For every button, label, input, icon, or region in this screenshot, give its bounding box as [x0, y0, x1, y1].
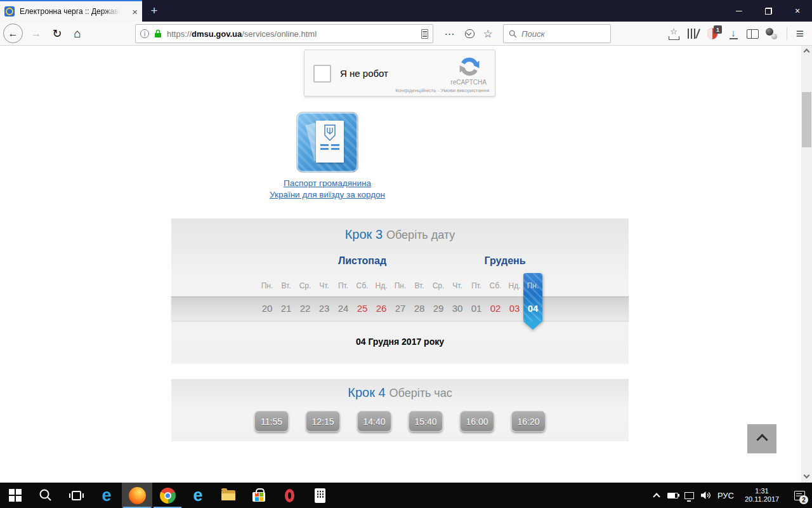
- step3-panel: Крок 3Оберіть дату Листопад Грудень Пн. …: [171, 218, 629, 364]
- battery-indicator[interactable]: [664, 483, 681, 508]
- scrollbar-down-icon[interactable]: [804, 472, 810, 479]
- extension-spheres-icon[interactable]: [763, 24, 780, 43]
- time-slot-button[interactable]: 14:40: [357, 411, 391, 432]
- library-icon[interactable]: [684, 24, 702, 43]
- window-close-button[interactable]: ×: [783, 0, 812, 22]
- start-button[interactable]: [0, 483, 30, 508]
- hamburger-menu-icon[interactable]: ≡: [790, 24, 809, 43]
- calendar-day[interactable]: Пн. 27: [391, 277, 410, 321]
- edge-taskbar-icon[interactable]: e: [91, 483, 122, 508]
- calendar-day[interactable]: Вт. 21: [277, 277, 296, 321]
- day-number: 02: [486, 297, 505, 321]
- notification-badge: 2: [799, 495, 808, 504]
- calendar-day[interactable]: Чт. 23: [315, 277, 334, 321]
- day-number: 24: [334, 297, 353, 321]
- https-lock-icon[interactable]: [154, 29, 162, 39]
- ie-taskbar-icon[interactable]: e: [183, 483, 213, 508]
- bookmark-star-icon[interactable]: ☆: [479, 24, 497, 43]
- shield-badge: 1: [714, 25, 722, 34]
- time-slot-button[interactable]: 16:20: [511, 411, 546, 432]
- calculator-taskbar-icon[interactable]: [304, 483, 335, 508]
- reader-mode-icon[interactable]: [421, 29, 428, 39]
- scrollbar-up-icon[interactable]: [804, 49, 810, 55]
- recaptcha-terms[interactable]: Конфіденційність - Умови використання: [395, 88, 489, 93]
- tray-expand-button[interactable]: [649, 483, 664, 508]
- day-of-week-label: Сб.: [353, 277, 372, 295]
- day-number: 28: [410, 297, 429, 321]
- page-scrollbar[interactable]: [801, 46, 812, 483]
- clock-time: 1:31: [737, 487, 787, 495]
- page-content: Я не робот reCAPTCHA Конфіденційність - …: [0, 46, 812, 483]
- opera-taskbar-icon[interactable]: [274, 483, 304, 508]
- calendar-day[interactable]: Пт. 01: [467, 277, 486, 321]
- time-slots: 11:5512:1514:4015:4016:0016:20: [171, 411, 629, 432]
- speaker-icon: [701, 491, 711, 500]
- search-box[interactable]: [503, 24, 611, 43]
- site-info-icon[interactable]: i: [140, 29, 149, 38]
- recaptcha-logo-icon: [459, 56, 480, 77]
- month-december-label: Грудень: [454, 255, 556, 267]
- download-arrow-icon: ↓: [731, 29, 736, 37]
- calendar-day[interactable]: Сб. 25: [353, 277, 372, 321]
- clock-indicator[interactable]: 1:31 20.11.2017: [737, 483, 787, 508]
- service-link-line1: Паспорт громадянина: [245, 178, 410, 189]
- calendar-day[interactable]: Пн. 20: [258, 277, 277, 321]
- window-minimize-button[interactable]: [724, 0, 754, 22]
- calendar-day[interactable]: Нд. 26: [372, 277, 391, 321]
- calculator-icon: [315, 488, 325, 503]
- recaptcha-widget: Я не робот reCAPTCHA Конфіденційність - …: [304, 50, 495, 97]
- volume-indicator[interactable]: [697, 483, 714, 508]
- language-indicator[interactable]: РУС: [714, 483, 737, 508]
- time-slot-button[interactable]: 15:40: [409, 411, 443, 432]
- passport-service-icon[interactable]: [296, 112, 358, 173]
- pocket-icon[interactable]: [461, 24, 478, 43]
- calendar-day[interactable]: Пт. 24: [334, 277, 353, 321]
- calendar-day[interactable]: Ср. 22: [296, 277, 315, 321]
- calendar-day[interactable]: Чт. 30: [448, 277, 467, 321]
- task-view-button[interactable]: [61, 483, 91, 508]
- calendar-day[interactable]: Ср. 29: [429, 277, 448, 321]
- firefox-taskbar-icon[interactable]: [122, 483, 152, 508]
- recaptcha-checkbox[interactable]: [313, 65, 331, 83]
- file-explorer-taskbar-icon[interactable]: [213, 483, 244, 508]
- sidebar-toggle-icon[interactable]: [743, 24, 761, 43]
- window-restore-button[interactable]: [754, 0, 783, 22]
- chrome-icon: [160, 488, 176, 504]
- tab-close-icon[interactable]: ×: [132, 7, 138, 17]
- bookmarks-toolbar-button[interactable]: ☆: [665, 24, 683, 43]
- new-tab-button[interactable]: +: [143, 0, 165, 22]
- time-slot-button[interactable]: 16:00: [460, 411, 494, 432]
- taskbar-search-button[interactable]: [30, 483, 61, 508]
- store-taskbar-icon[interactable]: [244, 483, 274, 508]
- chrome-taskbar-icon[interactable]: [152, 483, 183, 508]
- network-indicator[interactable]: [681, 483, 697, 508]
- passport-service-link[interactable]: Паспорт громадянина України для виїзду з…: [245, 178, 410, 201]
- url-domain: dmsu.gov.ua: [192, 29, 242, 39]
- screen: Електронна черга :: Державна × + × ← → ↻…: [0, 0, 812, 508]
- calendar-day[interactable]: Сб. 02: [486, 277, 505, 321]
- page-actions-button[interactable]: ⋯: [441, 24, 459, 43]
- downloads-button[interactable]: ↓: [724, 24, 742, 43]
- back-button[interactable]: ←: [3, 23, 23, 43]
- calendar-day[interactable]: Вт. 28: [410, 277, 429, 321]
- day-number: 03: [505, 297, 524, 321]
- url-path: /services/online.html: [242, 29, 317, 39]
- home-button[interactable]: ⌂: [67, 23, 88, 43]
- adblock-shield-icon[interactable]: 1: [703, 24, 722, 43]
- system-tray: РУС 1:31 20.11.2017 2: [649, 483, 812, 508]
- windows-taskbar: e e РУС 1:31 20.11.2017: [0, 483, 812, 508]
- scroll-to-top-button[interactable]: [747, 424, 776, 453]
- reload-button[interactable]: ↻: [47, 23, 67, 43]
- time-slot-button[interactable]: 12:15: [306, 411, 340, 432]
- browser-tab[interactable]: Електронна черга :: Державна ×: [0, 0, 142, 22]
- search-input[interactable]: [521, 29, 605, 39]
- forward-button[interactable]: →: [26, 23, 46, 43]
- windows-logo-icon: [9, 489, 22, 502]
- scrollbar-thumb[interactable]: [802, 92, 811, 147]
- action-center-button[interactable]: 2: [787, 483, 812, 508]
- url-bar[interactable]: i https://dmsu.gov.ua/services/online.ht…: [135, 24, 433, 43]
- time-slot-button[interactable]: 11:55: [254, 411, 289, 432]
- calendar-day[interactable]: Нд. 03: [505, 277, 524, 321]
- step3-title: Оберіть дату: [386, 229, 455, 241]
- selected-date-ribbon[interactable]: Пн. 04: [523, 273, 542, 321]
